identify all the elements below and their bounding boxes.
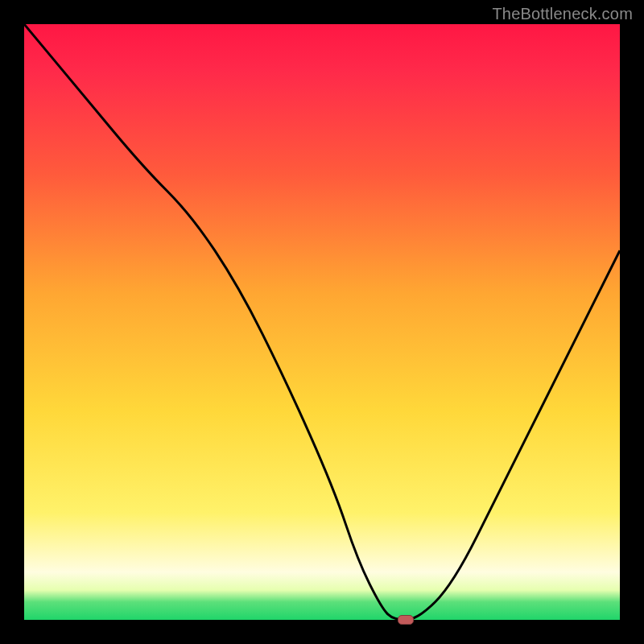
bottleneck-curve <box>24 24 620 620</box>
curve-path <box>24 24 620 620</box>
plot-area <box>24 24 620 620</box>
chart-frame: TheBottleneck.com <box>0 0 644 644</box>
watermark-text: TheBottleneck.com <box>492 5 633 23</box>
optimal-point-marker <box>398 615 414 625</box>
